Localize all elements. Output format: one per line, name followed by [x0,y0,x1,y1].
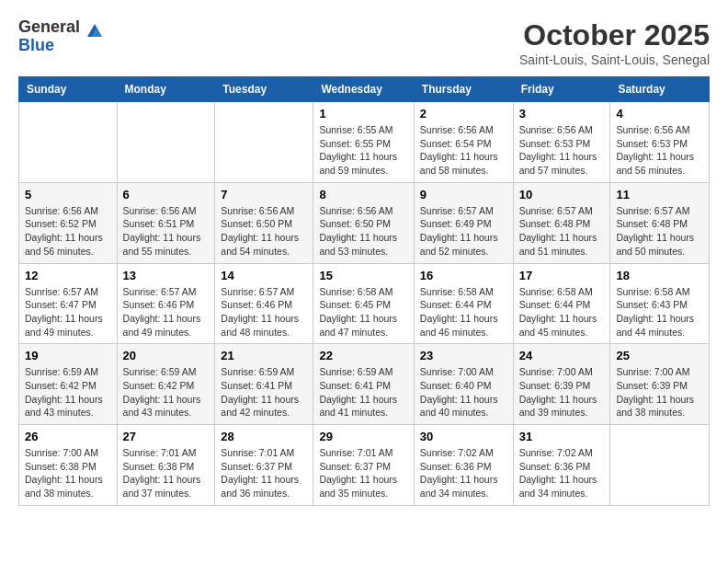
day-number: 25 [616,349,703,362]
location-subtitle: Saint-Louis, Saint-Louis, Senegal [519,52,710,67]
day-number: 10 [519,188,605,201]
day-info: Sunrise: 6:55 AMSunset: 6:55 PMDaylight:… [319,123,407,178]
calendar-cell: 13Sunrise: 6:57 AMSunset: 6:46 PMDayligh… [117,263,215,344]
logo-general: General [18,18,80,37]
weekday-header: Saturday [610,77,710,102]
day-number: 31 [519,430,605,443]
calendar-cell: 17Sunrise: 6:58 AMSunset: 6:44 PMDayligh… [513,263,610,344]
title-block: October 2025 Saint-Louis, Saint-Louis, S… [519,18,710,67]
page-header: General Blue October 2025 Saint-Louis, S… [18,18,710,67]
day-info: Sunrise: 7:02 AMSunset: 6:36 PMDaylight:… [519,446,605,500]
day-info: Sunrise: 6:56 AMSunset: 6:50 PMDaylight:… [319,204,407,259]
day-number: 4 [616,107,703,121]
day-info: Sunrise: 6:56 AMSunset: 6:52 PMDaylight:… [25,204,111,259]
day-info: Sunrise: 7:02 AMSunset: 6:36 PMDaylight:… [420,446,507,500]
weekday-header: Monday [117,77,215,102]
calendar-cell: 5Sunrise: 6:56 AMSunset: 6:52 PMDaylight… [19,182,118,263]
calendar-cell: 26Sunrise: 7:00 AMSunset: 6:38 PMDayligh… [19,425,118,506]
day-number: 3 [519,107,605,121]
day-info: Sunrise: 6:57 AMSunset: 6:46 PMDaylight:… [221,285,307,339]
weekday-header-row: SundayMondayTuesdayWednesdayThursdayFrid… [19,77,710,102]
calendar-cell: 28Sunrise: 7:01 AMSunset: 6:37 PMDayligh… [215,425,313,506]
calendar-cell [19,102,118,183]
calendar-week-row: 19Sunrise: 6:59 AMSunset: 6:42 PMDayligh… [19,344,710,425]
calendar-cell: 23Sunrise: 7:00 AMSunset: 6:40 PMDayligh… [414,344,513,425]
day-number: 29 [319,430,407,443]
day-number: 2 [420,107,507,121]
day-info: Sunrise: 6:56 AMSunset: 6:50 PMDaylight:… [221,204,307,259]
calendar-cell: 2Sunrise: 6:56 AMSunset: 6:54 PMDaylight… [414,102,513,183]
day-number: 9 [420,188,507,201]
calendar-cell: 22Sunrise: 6:59 AMSunset: 6:41 PMDayligh… [313,344,414,425]
day-number: 8 [319,188,407,201]
calendar-cell: 16Sunrise: 6:58 AMSunset: 6:44 PMDayligh… [414,263,513,344]
day-info: Sunrise: 6:57 AMSunset: 6:47 PMDaylight:… [25,285,111,339]
calendar-cell: 21Sunrise: 6:59 AMSunset: 6:41 PMDayligh… [215,344,313,425]
calendar-cell: 4Sunrise: 6:56 AMSunset: 6:53 PMDaylight… [610,102,710,183]
day-number: 6 [123,188,210,201]
day-number: 16 [420,269,507,282]
day-number: 27 [123,430,210,443]
calendar-cell: 19Sunrise: 6:59 AMSunset: 6:42 PMDayligh… [19,344,118,425]
day-info: Sunrise: 6:59 AMSunset: 6:41 PMDaylight:… [221,365,307,419]
day-info: Sunrise: 6:57 AMSunset: 6:48 PMDaylight:… [519,204,605,259]
day-info: Sunrise: 7:00 AMSunset: 6:39 PMDaylight:… [519,365,605,419]
calendar-cell: 3Sunrise: 6:56 AMSunset: 6:53 PMDaylight… [513,102,610,183]
calendar-cell: 10Sunrise: 6:57 AMSunset: 6:48 PMDayligh… [513,182,610,263]
day-info: Sunrise: 6:58 AMSunset: 6:45 PMDaylight:… [319,285,407,339]
day-info: Sunrise: 6:56 AMSunset: 6:53 PMDaylight:… [519,123,605,178]
day-number: 28 [221,430,307,443]
calendar-cell: 24Sunrise: 7:00 AMSunset: 6:39 PMDayligh… [513,344,610,425]
day-info: Sunrise: 6:57 AMSunset: 6:46 PMDaylight:… [123,285,210,339]
logo: General Blue [18,18,106,55]
day-number: 17 [519,269,605,282]
day-info: Sunrise: 6:57 AMSunset: 6:49 PMDaylight:… [420,204,507,259]
calendar-week-row: 1Sunrise: 6:55 AMSunset: 6:55 PMDaylight… [19,102,710,183]
calendar-cell: 6Sunrise: 6:56 AMSunset: 6:51 PMDaylight… [117,182,215,263]
calendar-week-row: 12Sunrise: 6:57 AMSunset: 6:47 PMDayligh… [19,263,710,344]
day-info: Sunrise: 6:56 AMSunset: 6:54 PMDaylight:… [420,123,507,178]
day-info: Sunrise: 7:01 AMSunset: 6:37 PMDaylight:… [221,446,307,500]
day-number: 22 [319,349,407,362]
day-info: Sunrise: 6:59 AMSunset: 6:41 PMDaylight:… [319,365,407,419]
day-number: 12 [25,269,111,282]
day-info: Sunrise: 6:56 AMSunset: 6:53 PMDaylight:… [616,123,703,178]
calendar-cell: 11Sunrise: 6:57 AMSunset: 6:48 PMDayligh… [610,182,710,263]
day-info: Sunrise: 7:01 AMSunset: 6:37 PMDaylight:… [319,446,407,500]
calendar-cell: 12Sunrise: 6:57 AMSunset: 6:47 PMDayligh… [19,263,118,344]
calendar-cell: 31Sunrise: 7:02 AMSunset: 6:36 PMDayligh… [513,425,610,506]
day-info: Sunrise: 6:58 AMSunset: 6:43 PMDaylight:… [616,285,703,339]
calendar-cell [610,425,710,506]
weekday-header: Wednesday [313,77,414,102]
logo-icon [84,20,106,42]
day-number: 13 [123,269,210,282]
day-number: 11 [616,188,703,201]
calendar-cell: 8Sunrise: 6:56 AMSunset: 6:50 PMDaylight… [313,182,414,263]
day-number: 23 [420,349,507,362]
day-number: 5 [25,188,111,201]
calendar-cell: 7Sunrise: 6:56 AMSunset: 6:50 PMDaylight… [215,182,313,263]
day-info: Sunrise: 6:58 AMSunset: 6:44 PMDaylight:… [420,285,507,339]
calendar-cell: 29Sunrise: 7:01 AMSunset: 6:37 PMDayligh… [313,425,414,506]
day-number: 21 [221,349,307,362]
calendar-cell: 27Sunrise: 7:01 AMSunset: 6:38 PMDayligh… [117,425,215,506]
day-number: 19 [25,349,111,362]
day-number: 24 [519,349,605,362]
weekday-header: Tuesday [215,77,313,102]
logo-text: General Blue [18,18,80,55]
day-info: Sunrise: 6:59 AMSunset: 6:42 PMDaylight:… [123,365,210,419]
calendar-week-row: 5Sunrise: 6:56 AMSunset: 6:52 PMDaylight… [19,182,710,263]
day-info: Sunrise: 6:58 AMSunset: 6:44 PMDaylight:… [519,285,605,339]
calendar-table: SundayMondayTuesdayWednesdayThursdayFrid… [18,76,710,506]
month-title: October 2025 [519,18,710,52]
day-number: 20 [123,349,210,362]
calendar-cell: 25Sunrise: 7:00 AMSunset: 6:39 PMDayligh… [610,344,710,425]
day-info: Sunrise: 7:00 AMSunset: 6:38 PMDaylight:… [25,446,111,500]
day-info: Sunrise: 6:57 AMSunset: 6:48 PMDaylight:… [616,204,703,259]
weekday-header: Friday [513,77,610,102]
calendar-week-row: 26Sunrise: 7:00 AMSunset: 6:38 PMDayligh… [19,425,710,506]
day-info: Sunrise: 7:00 AMSunset: 6:40 PMDaylight:… [420,365,507,419]
day-info: Sunrise: 6:59 AMSunset: 6:42 PMDaylight:… [25,365,111,419]
calendar-cell: 14Sunrise: 6:57 AMSunset: 6:46 PMDayligh… [215,263,313,344]
day-info: Sunrise: 6:56 AMSunset: 6:51 PMDaylight:… [123,204,210,259]
